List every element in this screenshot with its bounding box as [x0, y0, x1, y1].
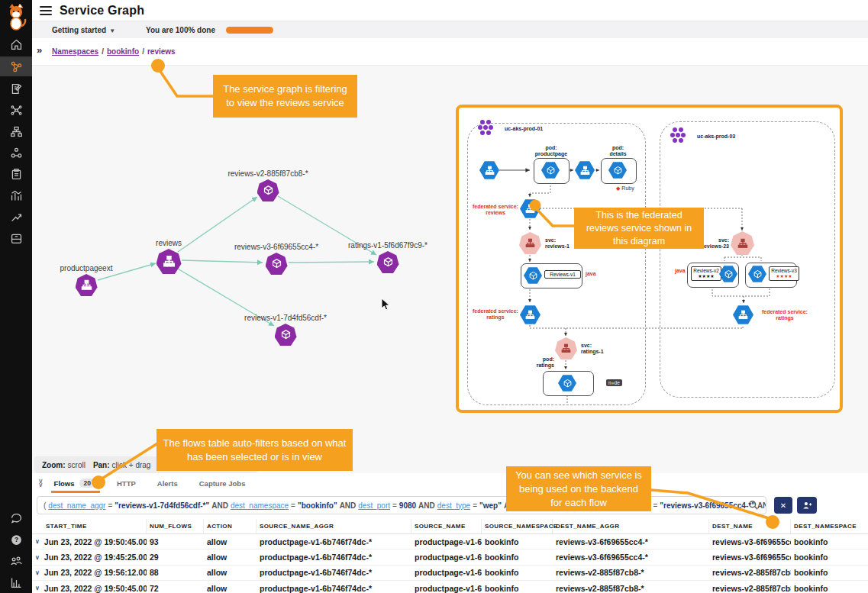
help-icon[interactable]: ?: [0, 530, 32, 549]
dashboard-chart-icon[interactable]: [0, 186, 32, 205]
reviews-v3-badge: Reviews-v3★★★★: [769, 266, 799, 281]
mouse-cursor: [380, 298, 392, 311]
tab-alerts[interactable]: Alerts: [157, 473, 178, 493]
federated-service-reviews-label: federated service: reviews: [469, 204, 521, 216]
callout-flows-table: The flows table auto-filters based on wh…: [156, 429, 353, 471]
col-start-time[interactable]: START_TIME: [32, 519, 147, 533]
tab-capture-jobs[interactable]: Capture Jobs: [199, 473, 246, 493]
federated-service-ratings-label: federated service: ratings: [758, 309, 812, 321]
sidebar-item-service-graph[interactable]: [0, 56, 32, 76]
archive-box-icon[interactable]: [0, 229, 32, 247]
graph-node-reviews-v2[interactable]: reviews-v2-885f87cb8-*: [222, 169, 314, 201]
svg-text:?: ?: [14, 536, 18, 543]
clear-filter-button[interactable]: ✕: [774, 497, 792, 514]
pod-productpage-label: pod: productpage: [532, 145, 570, 157]
callout-federated: This is the federated reviews service sh…: [574, 208, 704, 249]
breadcrumb-bookinfo[interactable]: bookinfo: [107, 47, 139, 56]
expand-panel-icon[interactable]: »: [37, 44, 42, 56]
trend-arrow-icon[interactable]: [0, 208, 32, 226]
flows-table-body: ∨Jun 23, 2022 @ 19:50:45.000 93 allow pr…: [32, 534, 868, 593]
svc-ratings-1-label: svc: ratings-1: [581, 343, 604, 355]
clipboard-icon[interactable]: [0, 165, 32, 183]
breadcrumb-bar: » Namespaces/bookinfo/reviews: [32, 38, 868, 66]
col-num-flows[interactable]: NUM_FLOWS: [147, 519, 204, 533]
callout-filtering: The service graph is filtering to view t…: [213, 75, 357, 118]
service-icon: [76, 274, 98, 296]
cluster-name: uc-aks-prod-01: [505, 126, 543, 132]
calico-cat-logo: [0, 0, 32, 34]
cluster-box-uc-aks-prod-03: [660, 121, 835, 398]
col-dest-name-aggr[interactable]: DEST_NAME_AGGR: [553, 519, 709, 533]
graph-node-productpageext[interactable]: productpageext: [40, 264, 132, 296]
pod-details-label: pod: details: [601, 145, 635, 157]
tab-flows[interactable]: Flows20: [54, 473, 95, 493]
network-nodes-icon[interactable]: [0, 101, 32, 119]
graph-node-reviews-v3[interactable]: reviews-v3-6f69655cc4-*: [231, 243, 322, 275]
reviews-v2-badge: Reviews-v2★★★★: [691, 266, 721, 281]
row-expand-chevron[interactable]: ∨: [35, 585, 40, 591]
table-row[interactable]: ∨Jun 23, 2022 @ 19:50:45.000 72 allow pr…: [32, 581, 868, 593]
cluster-icon: [477, 118, 500, 135]
cluster-icon: [670, 126, 692, 143]
tab-http[interactable]: HTTP: [117, 473, 136, 493]
metrics-icon[interactable]: [0, 573, 32, 591]
graph-node-reviews[interactable]: reviews: [123, 239, 215, 274]
workload-icon: [377, 251, 399, 273]
workload-icon: [275, 324, 297, 346]
flows-table-header: START_TIME NUM_FLOWS ACTION SOURCE_NAME_…: [32, 519, 868, 534]
app-header: Service Graph: [32, 0, 868, 21]
progress-bar: [226, 27, 273, 34]
cluster-name: uc-aks-prod-03: [697, 134, 735, 140]
flows-table: START_TIME NUM_FLOWS ACTION SOURCE_NAME_…: [32, 519, 868, 593]
chevron-down-icon: ▼: [109, 27, 115, 34]
callout-backend: You can see which service is being used …: [506, 466, 651, 511]
table-row[interactable]: ∨Jun 23, 2022 @ 19:56:12.000 88 allow pr…: [32, 566, 868, 581]
svc-reviews-1-label: svc: reviews-1: [545, 237, 570, 250]
hamburger-menu-icon[interactable]: [40, 4, 52, 18]
graph-node-ratings-v1[interactable]: ratings-v1-5f6d67f9c9-*: [342, 241, 434, 273]
getting-started-bar: Getting started▼ You are 100% done: [32, 21, 868, 40]
col-action[interactable]: ACTION: [204, 519, 257, 533]
workload-icon: [266, 253, 288, 275]
row-expand-chevron[interactable]: ∨: [35, 538, 40, 545]
node-logo: n●de: [606, 379, 622, 386]
col-dest-namespace[interactable]: DEST_NAMESPACE: [791, 519, 868, 533]
sitemap-icon[interactable]: [0, 122, 32, 140]
breadcrumb-namespaces[interactable]: Namespaces: [52, 47, 98, 56]
svc-reviews-23-label: svc: reviews-23: [702, 237, 729, 250]
graph-node-reviews-v1[interactable]: reviews-v1-7d4fd56cdf-*: [240, 314, 331, 346]
cluster-icon[interactable]: [0, 143, 32, 162]
getting-started-dropdown[interactable]: Getting started▼: [52, 26, 115, 34]
row-expand-chevron[interactable]: ∨: [35, 569, 40, 576]
table-row[interactable]: ∨Jun 23, 2022 @ 19:50:45.000 93 allow pr…: [32, 534, 868, 549]
reviews-v1-badge: Reviews-v1: [544, 270, 581, 279]
page-title: Service Graph: [60, 4, 144, 18]
federated-service-ratings-label: federated service: ratings: [469, 308, 521, 321]
col-source-name[interactable]: SOURCE_NAME: [411, 519, 482, 533]
java-logo: java: [675, 268, 686, 273]
col-source-namespace[interactable]: SOURCE_NAMESPACE: [482, 519, 553, 533]
row-expand-chevron[interactable]: ∨: [35, 554, 40, 561]
policy-edit-icon[interactable]: [0, 79, 32, 98]
home-icon[interactable]: [0, 35, 32, 53]
pod-ratings-label: pod: ratings: [531, 356, 554, 369]
workload-icon: [257, 179, 279, 201]
sidebar: ?: [0, 0, 32, 593]
query-bar: (dest_name_aggr="reviews-v1-7d4fd56cdf-*…: [32, 493, 868, 519]
breadcrumb-reviews: reviews: [147, 47, 176, 56]
policy-recommendation-button[interactable]: [797, 497, 817, 514]
col-dest-name[interactable]: DEST_NAME: [709, 519, 791, 533]
col-source-name-aggr[interactable]: SOURCE_NAME_AGGR: [257, 519, 411, 533]
breadcrumb: Namespaces/bookinfo/reviews: [52, 47, 176, 56]
service-icon: [156, 249, 182, 274]
java-logo: java: [586, 271, 596, 276]
collapse-panel-icon[interactable]: ∨∨: [38, 479, 44, 487]
flow-filter-query-input[interactable]: (dest_name_aggr="reviews-v1-7d4fd56cdf-*…: [37, 496, 766, 514]
federated-architecture-diagram: uc-aks-prod-01 pod: productpage pod: det…: [456, 105, 843, 413]
chat-icon[interactable]: [0, 509, 32, 527]
search-icon: [748, 500, 759, 511]
users-icon[interactable]: [0, 552, 32, 570]
flows-count-badge: 20: [79, 479, 95, 488]
table-row[interactable]: ∨Jun 23, 2022 @ 19:45:25.000 29 allow pr…: [32, 549, 868, 565]
ruby-logo: ◆ Ruby: [616, 185, 634, 192]
